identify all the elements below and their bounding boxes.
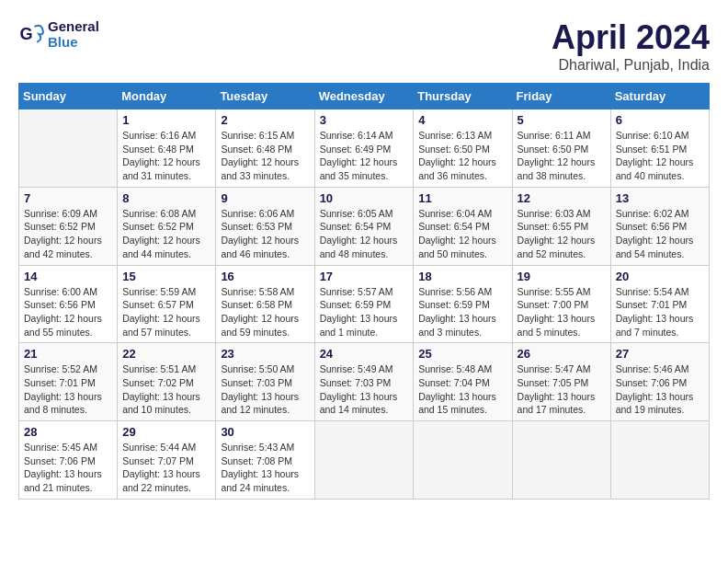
day-info: Sunrise: 5:57 AM Sunset: 6:59 PM Dayligh… bbox=[320, 285, 409, 339]
calendar-cell: 1Sunrise: 6:16 AM Sunset: 6:48 PM Daylig… bbox=[118, 109, 216, 188]
calendar-cell: 18Sunrise: 5:56 AM Sunset: 6:59 PM Dayli… bbox=[414, 265, 512, 343]
logo-text: General Blue bbox=[48, 18, 99, 50]
weekday-header: Wednesday bbox=[314, 84, 414, 109]
day-number: 27 bbox=[616, 347, 704, 361]
day-info: Sunrise: 5:56 AM Sunset: 6:59 PM Dayligh… bbox=[418, 285, 506, 339]
day-info: Sunrise: 6:06 AM Sunset: 6:53 PM Dayligh… bbox=[221, 207, 309, 261]
calendar-cell: 2Sunrise: 6:15 AM Sunset: 6:48 PM Daylig… bbox=[216, 109, 314, 188]
calendar-cell: 21Sunrise: 5:52 AM Sunset: 7:01 PM Dayli… bbox=[19, 343, 118, 421]
day-info: Sunrise: 5:55 AM Sunset: 7:00 PM Dayligh… bbox=[518, 285, 606, 339]
calendar-week-row: 21Sunrise: 5:52 AM Sunset: 7:01 PM Dayli… bbox=[19, 343, 710, 421]
calendar-cell: 30Sunrise: 5:43 AM Sunset: 7:08 PM Dayli… bbox=[216, 421, 314, 500]
day-info: Sunrise: 6:09 AM Sunset: 6:52 PM Dayligh… bbox=[24, 207, 112, 261]
day-number: 8 bbox=[122, 191, 210, 205]
day-number: 20 bbox=[616, 270, 704, 283]
calendar-cell: 10Sunrise: 6:05 AM Sunset: 6:54 PM Dayli… bbox=[314, 187, 414, 265]
day-info: Sunrise: 5:46 AM Sunset: 7:06 PM Dayligh… bbox=[616, 362, 704, 417]
calendar-cell bbox=[512, 421, 610, 500]
logo-icon: G bbox=[18, 21, 44, 47]
day-number: 23 bbox=[221, 347, 309, 361]
day-info: Sunrise: 6:02 AM Sunset: 6:56 PM Dayligh… bbox=[616, 207, 704, 261]
calendar-cell bbox=[314, 421, 414, 500]
weekday-header: Sunday bbox=[19, 84, 118, 109]
weekday-header-row: SundayMondayTuesdayWednesdayThursdayFrid… bbox=[19, 84, 710, 109]
day-number: 12 bbox=[518, 191, 606, 205]
calendar-week-row: 7Sunrise: 6:09 AM Sunset: 6:52 PM Daylig… bbox=[19, 187, 710, 265]
day-number: 5 bbox=[518, 113, 606, 127]
day-number: 22 bbox=[122, 347, 210, 361]
day-number: 6 bbox=[616, 113, 704, 127]
day-info: Sunrise: 6:00 AM Sunset: 6:56 PM Dayligh… bbox=[24, 285, 112, 339]
day-number: 7 bbox=[24, 191, 112, 205]
calendar-cell: 27Sunrise: 5:46 AM Sunset: 7:06 PM Dayli… bbox=[610, 343, 709, 421]
day-number: 14 bbox=[24, 270, 112, 283]
calendar-cell: 16Sunrise: 5:58 AM Sunset: 6:58 PM Dayli… bbox=[216, 265, 314, 343]
calendar-cell: 23Sunrise: 5:50 AM Sunset: 7:03 PM Dayli… bbox=[216, 343, 314, 421]
calendar-cell: 9Sunrise: 6:06 AM Sunset: 6:53 PM Daylig… bbox=[216, 187, 314, 265]
day-number: 26 bbox=[518, 347, 606, 361]
calendar-cell: 3Sunrise: 6:14 AM Sunset: 6:49 PM Daylig… bbox=[314, 109, 414, 188]
day-number: 29 bbox=[122, 425, 210, 439]
day-number: 21 bbox=[24, 347, 112, 361]
calendar-cell: 28Sunrise: 5:45 AM Sunset: 7:06 PM Dayli… bbox=[19, 421, 118, 500]
logo: G General Blue bbox=[18, 18, 99, 50]
calendar-table: SundayMondayTuesdayWednesdayThursdayFrid… bbox=[18, 83, 710, 500]
day-info: Sunrise: 6:03 AM Sunset: 6:55 PM Dayligh… bbox=[518, 207, 606, 261]
calendar-cell: 13Sunrise: 6:02 AM Sunset: 6:56 PM Dayli… bbox=[610, 187, 709, 265]
day-info: Sunrise: 5:58 AM Sunset: 6:58 PM Dayligh… bbox=[221, 285, 309, 339]
calendar-cell: 8Sunrise: 6:08 AM Sunset: 6:52 PM Daylig… bbox=[118, 187, 216, 265]
day-number: 17 bbox=[320, 270, 409, 283]
calendar-week-row: 14Sunrise: 6:00 AM Sunset: 6:56 PM Dayli… bbox=[19, 265, 710, 343]
calendar-cell: 7Sunrise: 6:09 AM Sunset: 6:52 PM Daylig… bbox=[19, 187, 118, 265]
day-info: Sunrise: 6:11 AM Sunset: 6:50 PM Dayligh… bbox=[518, 129, 606, 183]
day-number: 30 bbox=[221, 425, 309, 439]
location-subtitle: Dhariwal, Punjab, India bbox=[552, 57, 710, 74]
day-info: Sunrise: 6:14 AM Sunset: 6:49 PM Dayligh… bbox=[320, 129, 409, 183]
day-info: Sunrise: 5:52 AM Sunset: 7:01 PM Dayligh… bbox=[24, 362, 112, 417]
day-info: Sunrise: 5:43 AM Sunset: 7:08 PM Dayligh… bbox=[221, 441, 309, 495]
calendar-cell: 20Sunrise: 5:54 AM Sunset: 7:01 PM Dayli… bbox=[610, 265, 709, 343]
calendar-cell: 22Sunrise: 5:51 AM Sunset: 7:02 PM Dayli… bbox=[118, 343, 216, 421]
day-info: Sunrise: 6:15 AM Sunset: 6:48 PM Dayligh… bbox=[221, 129, 309, 183]
day-number: 16 bbox=[221, 270, 309, 283]
day-number: 9 bbox=[221, 191, 309, 205]
calendar-cell: 15Sunrise: 5:59 AM Sunset: 6:57 PM Dayli… bbox=[118, 265, 216, 343]
calendar-cell: 29Sunrise: 5:44 AM Sunset: 7:07 PM Dayli… bbox=[118, 421, 216, 500]
day-number: 28 bbox=[24, 425, 112, 439]
day-number: 10 bbox=[320, 191, 409, 205]
calendar-cell: 12Sunrise: 6:03 AM Sunset: 6:55 PM Dayli… bbox=[512, 187, 610, 265]
weekday-header: Thursday bbox=[414, 84, 512, 109]
day-number: 25 bbox=[418, 347, 506, 361]
day-info: Sunrise: 6:05 AM Sunset: 6:54 PM Dayligh… bbox=[320, 207, 409, 261]
day-info: Sunrise: 5:48 AM Sunset: 7:04 PM Dayligh… bbox=[418, 362, 506, 417]
calendar-cell bbox=[414, 421, 512, 500]
day-number: 11 bbox=[418, 191, 506, 205]
day-info: Sunrise: 5:59 AM Sunset: 6:57 PM Dayligh… bbox=[122, 285, 210, 339]
calendar-cell: 24Sunrise: 5:49 AM Sunset: 7:03 PM Dayli… bbox=[314, 343, 414, 421]
calendar-cell: 14Sunrise: 6:00 AM Sunset: 6:56 PM Dayli… bbox=[19, 265, 118, 343]
title-block: April 2024 Dhariwal, Punjab, India bbox=[552, 18, 710, 74]
day-info: Sunrise: 5:51 AM Sunset: 7:02 PM Dayligh… bbox=[122, 362, 210, 417]
calendar-cell: 6Sunrise: 6:10 AM Sunset: 6:51 PM Daylig… bbox=[610, 109, 709, 188]
day-number: 24 bbox=[320, 347, 409, 361]
calendar-cell bbox=[19, 109, 118, 188]
page-header: G General Blue April 2024 Dhariwal, Punj… bbox=[18, 18, 710, 74]
calendar-cell: 26Sunrise: 5:47 AM Sunset: 7:05 PM Dayli… bbox=[512, 343, 610, 421]
calendar-cell: 19Sunrise: 5:55 AM Sunset: 7:00 PM Dayli… bbox=[512, 265, 610, 343]
day-info: Sunrise: 5:49 AM Sunset: 7:03 PM Dayligh… bbox=[320, 362, 409, 417]
day-number: 19 bbox=[518, 270, 606, 283]
calendar-cell bbox=[610, 421, 709, 500]
day-info: Sunrise: 6:13 AM Sunset: 6:50 PM Dayligh… bbox=[418, 129, 506, 183]
month-title: April 2024 bbox=[552, 18, 710, 57]
calendar-cell: 11Sunrise: 6:04 AM Sunset: 6:54 PM Dayli… bbox=[414, 187, 512, 265]
calendar-cell: 4Sunrise: 6:13 AM Sunset: 6:50 PM Daylig… bbox=[414, 109, 512, 188]
day-number: 15 bbox=[122, 270, 210, 283]
day-info: Sunrise: 5:50 AM Sunset: 7:03 PM Dayligh… bbox=[221, 362, 309, 417]
day-info: Sunrise: 5:54 AM Sunset: 7:01 PM Dayligh… bbox=[616, 285, 704, 339]
day-info: Sunrise: 6:16 AM Sunset: 6:48 PM Dayligh… bbox=[122, 129, 210, 183]
calendar-week-row: 1Sunrise: 6:16 AM Sunset: 6:48 PM Daylig… bbox=[19, 109, 710, 188]
weekday-header: Friday bbox=[512, 84, 610, 109]
day-number: 13 bbox=[616, 191, 704, 205]
calendar-cell: 5Sunrise: 6:11 AM Sunset: 6:50 PM Daylig… bbox=[512, 109, 610, 188]
weekday-header: Tuesday bbox=[216, 84, 314, 109]
